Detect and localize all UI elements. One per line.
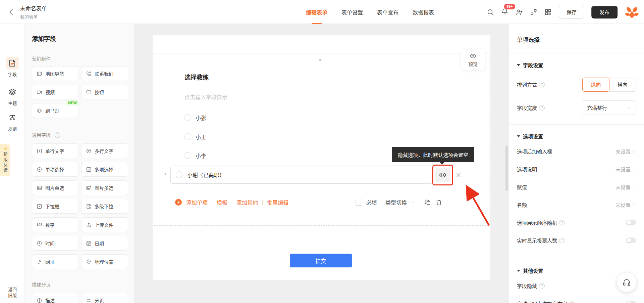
field-button-视频[interactable]: 视频: [32, 85, 79, 99]
add-other-link[interactable]: 添加其他: [236, 198, 258, 206]
tab-数据报表[interactable]: 数据报表: [413, 0, 434, 24]
field-button-单行文字[interactable]: 单行文字: [32, 143, 79, 158]
option-row[interactable]: 小张: [184, 114, 206, 122]
add-option-link[interactable]: 添加单项: [186, 198, 208, 206]
rail-item-theme[interactable]: 主题: [0, 86, 25, 106]
publish-button[interactable]: 发布: [591, 6, 618, 18]
tab-编辑表单[interactable]: 编辑表单: [306, 0, 327, 24]
help-icon[interactable]: ?: [539, 283, 545, 289]
app-logo-icon[interactable]: [625, 5, 639, 19]
field-button-图片单选[interactable]: 图片单选: [32, 180, 79, 195]
segment-纵向[interactable]: 纵向: [582, 78, 609, 92]
section-title: 字段设置: [523, 61, 543, 69]
field-button-地图导航[interactable]: 地图导航: [32, 66, 79, 81]
tab-label: 表单发布: [377, 8, 398, 16]
save-button[interactable]: 保存: [559, 6, 584, 18]
delete-option-icon[interactable]: [455, 172, 462, 178]
back-to-old-version-link[interactable]: 返回 旧版: [0, 287, 25, 299]
scrollbar-thumb[interactable]: [505, 146, 508, 191]
invite-user-icon[interactable]: [516, 8, 523, 16]
support-button[interactable]: [616, 272, 637, 292]
radio-button[interactable]: [184, 152, 191, 159]
option-row[interactable]: 小李: [184, 152, 206, 160]
field-button-日期[interactable]: 日期: [81, 236, 128, 251]
question-title[interactable]: 选择教练: [184, 73, 209, 81]
help-icon[interactable]: ?: [559, 237, 565, 243]
field-button-描述[interactable]: 描述: [32, 293, 79, 303]
template-link[interactable]: 模板: [217, 198, 227, 206]
search-icon[interactable]: [487, 8, 494, 16]
not-set-link[interactable]: 未设置: [615, 148, 636, 155]
section-header-选项设置[interactable]: 选项设置: [517, 133, 636, 140]
field-button-上传文件[interactable]: 上传文件: [81, 217, 128, 232]
qr-code-icon[interactable]: [544, 8, 552, 16]
delete-field-icon[interactable]: [435, 199, 442, 206]
form-title[interactable]: 未命名表单: [20, 4, 47, 12]
help-icon[interactable]: ?: [539, 82, 545, 87]
field-button-下拉框[interactable]: 下拉框: [32, 199, 79, 214]
batch-edit-link[interactable]: 批量编辑: [267, 198, 288, 206]
single-line-text-icon: [37, 148, 42, 154]
collapse-caret-icon: [517, 270, 520, 273]
option-row[interactable]: 小王: [184, 133, 206, 141]
section-header-字段设置[interactable]: 字段设置: [517, 61, 636, 69]
help-icon[interactable]: ?: [55, 132, 60, 138]
field-button-联系我们[interactable]: 联系我们: [81, 66, 128, 81]
header-right: 99+ 保存 发布: [487, 0, 639, 24]
not-set-link[interactable]: 未设置: [615, 166, 636, 173]
option-label[interactable]: 小谢（已离职）: [187, 171, 225, 179]
field-button-分页[interactable]: 分页: [81, 293, 128, 303]
add-option-plus-icon[interactable]: [175, 199, 182, 206]
radio-button[interactable]: [184, 133, 191, 140]
workflow-icon[interactable]: [530, 8, 537, 16]
field-button-跑马灯[interactable]: 跑马灯NEW: [32, 103, 79, 118]
new-version-feedback-tab[interactable]: 新版反馈: [0, 144, 10, 176]
hide-option-button[interactable]: [435, 168, 450, 182]
field-button-图片多选[interactable]: 图片多选: [81, 180, 128, 195]
drag-handle-icon[interactable]: [317, 56, 325, 63]
submit-button[interactable]: 提交: [290, 254, 352, 267]
toggle-switch[interactable]: [626, 301, 636, 303]
field-button-时间[interactable]: 时间: [32, 236, 79, 251]
toggle-switch[interactable]: [626, 237, 636, 243]
question-hint-placeholder[interactable]: 点击输入字段提示: [184, 93, 227, 101]
option-drag-handle-icon[interactable]: [162, 171, 168, 179]
radio-button[interactable]: [176, 171, 182, 178]
highlighted-option-row[interactable]: 小谢（已离职）: [170, 166, 433, 184]
field-button-多项选择[interactable]: 多项选择: [81, 162, 128, 177]
help-icon[interactable]: ?: [559, 220, 565, 225]
rail-item-rules[interactable]: 规则: [0, 111, 25, 132]
form-title-row[interactable]: 未命名表单: [20, 4, 53, 12]
section-header-其他设置[interactable]: 其他设置: [517, 267, 636, 274]
segment-横向[interactable]: 横向: [609, 78, 636, 91]
chevron-down-icon[interactable]: [411, 200, 416, 205]
field-button-按钮[interactable]: 按钮: [81, 85, 128, 99]
setting-label: 自动填写上次提交内容?: [517, 300, 575, 303]
rail-item-fields[interactable]: 字段: [0, 57, 25, 77]
not-set-link[interactable]: 未设置: [615, 201, 636, 208]
divider: [381, 200, 381, 205]
required-checkbox[interactable]: [356, 199, 362, 206]
field-button-地理位置[interactable]: 地理位置: [81, 254, 128, 269]
field-button-多级下拉[interactable]: 多级下拉: [81, 199, 128, 214]
back-icon[interactable]: [7, 8, 15, 16]
preview-button[interactable]: 预览: [461, 49, 485, 70]
type-switch-label[interactable]: 类型切换: [385, 198, 407, 206]
copy-field-icon[interactable]: [424, 199, 431, 206]
not-set-link[interactable]: 未设置: [615, 183, 636, 190]
tab-label: 编辑表单: [306, 8, 327, 16]
tab-表单设置[interactable]: 表单设置: [341, 0, 363, 24]
toggle-switch[interactable]: [626, 220, 636, 225]
breadcrumb[interactable]: 我的表单: [20, 13, 53, 20]
field-width-select[interactable]: 充满整行: [582, 100, 636, 115]
field-button-单项选择[interactable]: 单项选择: [32, 162, 79, 177]
radio-button[interactable]: [184, 114, 191, 121]
help-icon[interactable]: ?: [569, 301, 575, 303]
field-button-数字[interactable]: 123数字: [32, 217, 79, 232]
field-button-网址[interactable]: 网址: [32, 254, 79, 269]
field-button-grid: 描述分页: [32, 293, 134, 303]
field-button-多行文字[interactable]: 多行文字: [81, 143, 128, 158]
tab-表单发布[interactable]: 表单发布: [377, 0, 398, 24]
required-label[interactable]: 必填: [366, 198, 377, 206]
help-icon[interactable]: ?: [539, 105, 545, 111]
